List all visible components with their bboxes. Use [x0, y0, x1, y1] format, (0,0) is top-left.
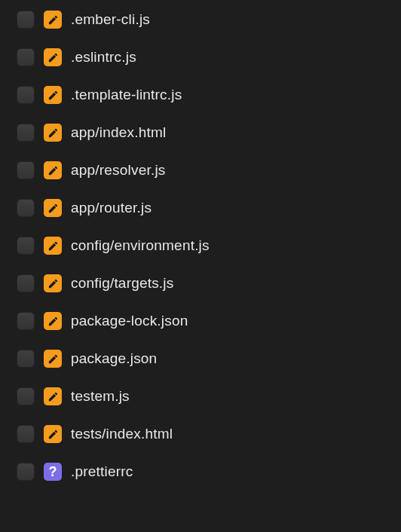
file-row[interactable]: config/environment.js [17, 237, 401, 255]
file-row[interactable]: .template-lintrc.js [17, 86, 401, 104]
file-row[interactable]: .ember-cli.js [17, 11, 401, 29]
pencil-icon [47, 278, 59, 289]
file-row[interactable]: .eslintrc.js [17, 48, 401, 66]
modified-icon [44, 312, 62, 330]
file-name: package-lock.json [71, 313, 188, 329]
file-name: .eslintrc.js [71, 49, 136, 66]
file-name: tests/index.html [71, 426, 173, 442]
file-list: .ember-cli.js .eslintrc.js .template-lin… [0, 6, 401, 481]
pencil-icon [47, 353, 59, 365]
question-mark-icon: ? [49, 465, 57, 478]
file-name: package.json [71, 350, 157, 367]
modified-icon [44, 425, 62, 443]
file-checkbox[interactable] [17, 312, 35, 330]
modified-icon [44, 237, 62, 255]
file-row[interactable]: package.json [17, 350, 401, 368]
modified-icon [44, 161, 62, 179]
file-checkbox[interactable] [17, 350, 35, 368]
pencil-icon [47, 316, 59, 327]
modified-icon [44, 199, 62, 217]
file-row[interactable]: tests/index.html [17, 425, 401, 443]
file-checkbox[interactable] [17, 463, 35, 481]
file-name: app/index.html [71, 124, 166, 141]
file-checkbox[interactable] [17, 274, 35, 292]
file-checkbox[interactable] [17, 199, 35, 217]
file-row[interactable]: config/targets.js [17, 274, 401, 292]
modified-icon [44, 124, 62, 142]
pencil-icon [47, 90, 59, 101]
file-checkbox[interactable] [17, 124, 35, 142]
pencil-icon [47, 203, 59, 214]
pencil-icon [47, 240, 59, 252]
modified-icon [44, 387, 62, 405]
file-checkbox[interactable] [17, 387, 35, 405]
file-row[interactable]: ? .prettierrc [17, 463, 401, 481]
pencil-icon [47, 52, 59, 63]
file-checkbox[interactable] [17, 86, 35, 104]
unknown-icon: ? [44, 463, 62, 481]
file-checkbox[interactable] [17, 161, 35, 179]
pencil-icon [47, 14, 59, 26]
file-row[interactable]: testem.js [17, 387, 401, 405]
file-name: config/environment.js [71, 237, 210, 254]
modified-icon [44, 274, 62, 292]
pencil-icon [47, 127, 59, 139]
file-checkbox[interactable] [17, 48, 35, 66]
pencil-icon [47, 165, 59, 176]
file-name: app/router.js [71, 200, 152, 216]
file-row[interactable]: package-lock.json [17, 312, 401, 330]
file-checkbox[interactable] [17, 425, 35, 443]
file-name: config/targets.js [71, 275, 173, 292]
modified-icon [44, 11, 62, 29]
file-row[interactable]: app/router.js [17, 199, 401, 217]
file-checkbox[interactable] [17, 237, 35, 255]
modified-icon [44, 350, 62, 368]
modified-icon [44, 86, 62, 104]
modified-icon [44, 48, 62, 66]
file-checkbox[interactable] [17, 11, 35, 29]
file-name: app/resolver.js [71, 162, 166, 179]
file-row[interactable]: app/index.html [17, 124, 401, 142]
file-name: .template-lintrc.js [71, 87, 182, 103]
file-name: testem.js [71, 388, 130, 405]
file-name: .prettierrc [71, 463, 133, 480]
pencil-icon [47, 429, 59, 440]
file-name: .ember-cli.js [71, 11, 150, 28]
file-row[interactable]: app/resolver.js [17, 161, 401, 179]
pencil-icon [47, 391, 59, 402]
